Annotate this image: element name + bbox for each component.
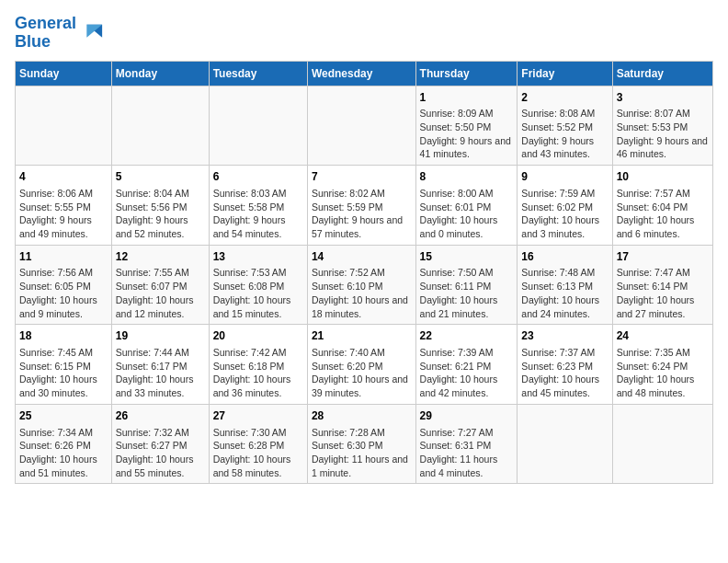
day-info: Sunrise: 7:28 AM Sunset: 6:30 PM Dayligh… xyxy=(312,426,412,480)
day-number: 23 xyxy=(521,328,608,344)
calendar-week-1: 4Sunrise: 8:06 AM Sunset: 5:55 PM Daylig… xyxy=(16,166,713,246)
day-info: Sunrise: 7:27 AM Sunset: 6:31 PM Dayligh… xyxy=(420,426,514,480)
day-number: 19 xyxy=(116,328,205,344)
calendar-cell: 27Sunrise: 7:30 AM Sunset: 6:28 PM Dayli… xyxy=(209,404,307,484)
day-info: Sunrise: 8:08 AM Sunset: 5:52 PM Dayligh… xyxy=(521,107,608,161)
calendar-cell xyxy=(612,404,712,484)
calendar-cell: 24Sunrise: 7:35 AM Sunset: 6:24 PM Dayli… xyxy=(612,325,712,405)
day-number: 21 xyxy=(312,328,412,344)
day-number: 4 xyxy=(19,169,108,185)
day-info: Sunrise: 7:45 AM Sunset: 6:15 PM Dayligh… xyxy=(19,346,108,400)
calendar-table: SundayMondayTuesdayWednesdayThursdayFrid… xyxy=(15,61,713,485)
day-info: Sunrise: 7:37 AM Sunset: 6:23 PM Dayligh… xyxy=(521,346,608,400)
day-info: Sunrise: 8:04 AM Sunset: 5:56 PM Dayligh… xyxy=(116,187,205,241)
calendar-cell xyxy=(111,86,209,166)
day-number: 10 xyxy=(617,169,709,185)
day-number: 9 xyxy=(521,169,608,185)
col-header-saturday: Saturday xyxy=(612,61,712,86)
day-info: Sunrise: 7:32 AM Sunset: 6:27 PM Dayligh… xyxy=(116,426,205,480)
day-info: Sunrise: 8:06 AM Sunset: 5:55 PM Dayligh… xyxy=(19,187,108,241)
day-number: 5 xyxy=(116,169,205,185)
day-number: 1 xyxy=(420,90,514,106)
calendar-cell xyxy=(307,86,415,166)
day-info: Sunrise: 7:50 AM Sunset: 6:11 PM Dayligh… xyxy=(420,266,514,320)
day-number: 7 xyxy=(312,169,412,185)
calendar-cell: 1Sunrise: 8:09 AM Sunset: 5:50 PM Daylig… xyxy=(415,86,518,166)
day-number: 2 xyxy=(521,90,608,106)
day-info: Sunrise: 7:47 AM Sunset: 6:14 PM Dayligh… xyxy=(617,266,709,320)
day-info: Sunrise: 8:00 AM Sunset: 6:01 PM Dayligh… xyxy=(420,187,514,241)
logo-text: General Blue xyxy=(15,15,76,52)
day-number: 16 xyxy=(521,249,608,265)
calendar-cell: 2Sunrise: 8:08 AM Sunset: 5:52 PM Daylig… xyxy=(518,86,612,166)
calendar-cell: 25Sunrise: 7:34 AM Sunset: 6:26 PM Dayli… xyxy=(16,404,112,484)
calendar-cell: 5Sunrise: 8:04 AM Sunset: 5:56 PM Daylig… xyxy=(111,166,209,246)
calendar-cell: 11Sunrise: 7:56 AM Sunset: 6:05 PM Dayli… xyxy=(16,245,112,325)
col-header-monday: Monday xyxy=(111,61,209,86)
day-number: 14 xyxy=(312,249,412,265)
day-info: Sunrise: 8:09 AM Sunset: 5:50 PM Dayligh… xyxy=(420,107,514,161)
day-number: 11 xyxy=(19,249,108,265)
col-header-wednesday: Wednesday xyxy=(307,61,415,86)
calendar-cell: 4Sunrise: 8:06 AM Sunset: 5:55 PM Daylig… xyxy=(16,166,112,246)
calendar-cell: 21Sunrise: 7:40 AM Sunset: 6:20 PM Dayli… xyxy=(307,325,415,405)
calendar-cell: 28Sunrise: 7:28 AM Sunset: 6:30 PM Dayli… xyxy=(307,404,415,484)
calendar-cell xyxy=(209,86,307,166)
col-header-thursday: Thursday xyxy=(415,61,518,86)
day-number: 15 xyxy=(420,249,514,265)
calendar-cell: 7Sunrise: 8:02 AM Sunset: 5:59 PM Daylig… xyxy=(307,166,415,246)
calendar-cell: 16Sunrise: 7:48 AM Sunset: 6:13 PM Dayli… xyxy=(518,245,612,325)
col-header-sunday: Sunday xyxy=(16,61,112,86)
day-number: 18 xyxy=(19,328,108,344)
day-info: Sunrise: 8:03 AM Sunset: 5:58 PM Dayligh… xyxy=(213,187,303,241)
day-info: Sunrise: 7:40 AM Sunset: 6:20 PM Dayligh… xyxy=(312,346,412,400)
calendar-cell: 6Sunrise: 8:03 AM Sunset: 5:58 PM Daylig… xyxy=(209,166,307,246)
day-info: Sunrise: 7:53 AM Sunset: 6:08 PM Dayligh… xyxy=(213,266,303,320)
day-number: 20 xyxy=(213,328,303,344)
day-info: Sunrise: 7:56 AM Sunset: 6:05 PM Dayligh… xyxy=(19,266,108,320)
logo: General Blue xyxy=(15,15,104,52)
day-info: Sunrise: 7:55 AM Sunset: 6:07 PM Dayligh… xyxy=(116,266,205,320)
calendar-cell: 14Sunrise: 7:52 AM Sunset: 6:10 PM Dayli… xyxy=(307,245,415,325)
calendar-week-0: 1Sunrise: 8:09 AM Sunset: 5:50 PM Daylig… xyxy=(16,86,713,166)
day-number: 17 xyxy=(617,249,709,265)
calendar-cell: 22Sunrise: 7:39 AM Sunset: 6:21 PM Dayli… xyxy=(415,325,518,405)
day-number: 6 xyxy=(213,169,303,185)
day-info: Sunrise: 7:59 AM Sunset: 6:02 PM Dayligh… xyxy=(521,187,608,241)
logo-icon xyxy=(78,20,104,46)
day-number: 28 xyxy=(312,408,412,424)
calendar-cell: 9Sunrise: 7:59 AM Sunset: 6:02 PM Daylig… xyxy=(518,166,612,246)
day-number: 3 xyxy=(617,90,709,106)
calendar-cell: 19Sunrise: 7:44 AM Sunset: 6:17 PM Dayli… xyxy=(111,325,209,405)
calendar-cell: 23Sunrise: 7:37 AM Sunset: 6:23 PM Dayli… xyxy=(518,325,612,405)
day-number: 27 xyxy=(213,408,303,424)
calendar-cell: 26Sunrise: 7:32 AM Sunset: 6:27 PM Dayli… xyxy=(111,404,209,484)
day-number: 22 xyxy=(420,328,514,344)
col-header-friday: Friday xyxy=(518,61,612,86)
day-number: 12 xyxy=(116,249,205,265)
calendar-cell: 3Sunrise: 8:07 AM Sunset: 5:53 PM Daylig… xyxy=(612,86,712,166)
calendar-week-2: 11Sunrise: 7:56 AM Sunset: 6:05 PM Dayli… xyxy=(16,245,713,325)
col-header-tuesday: Tuesday xyxy=(209,61,307,86)
day-info: Sunrise: 8:02 AM Sunset: 5:59 PM Dayligh… xyxy=(312,187,412,241)
page-header: General Blue xyxy=(15,15,713,52)
calendar-cell: 15Sunrise: 7:50 AM Sunset: 6:11 PM Dayli… xyxy=(415,245,518,325)
day-number: 8 xyxy=(420,169,514,185)
day-info: Sunrise: 7:34 AM Sunset: 6:26 PM Dayligh… xyxy=(19,426,108,480)
day-info: Sunrise: 7:44 AM Sunset: 6:17 PM Dayligh… xyxy=(116,346,205,400)
day-info: Sunrise: 7:48 AM Sunset: 6:13 PM Dayligh… xyxy=(521,266,608,320)
calendar-cell: 17Sunrise: 7:47 AM Sunset: 6:14 PM Dayli… xyxy=(612,245,712,325)
day-info: Sunrise: 8:07 AM Sunset: 5:53 PM Dayligh… xyxy=(617,107,709,161)
calendar-week-4: 25Sunrise: 7:34 AM Sunset: 6:26 PM Dayli… xyxy=(16,404,713,484)
calendar-cell: 8Sunrise: 8:00 AM Sunset: 6:01 PM Daylig… xyxy=(415,166,518,246)
calendar-cell: 12Sunrise: 7:55 AM Sunset: 6:07 PM Dayli… xyxy=(111,245,209,325)
calendar-cell: 13Sunrise: 7:53 AM Sunset: 6:08 PM Dayli… xyxy=(209,245,307,325)
calendar-cell xyxy=(518,404,612,484)
day-info: Sunrise: 7:39 AM Sunset: 6:21 PM Dayligh… xyxy=(420,346,514,400)
calendar-cell xyxy=(16,86,112,166)
calendar-cell: 20Sunrise: 7:42 AM Sunset: 6:18 PM Dayli… xyxy=(209,325,307,405)
day-info: Sunrise: 7:30 AM Sunset: 6:28 PM Dayligh… xyxy=(213,426,303,480)
day-info: Sunrise: 7:35 AM Sunset: 6:24 PM Dayligh… xyxy=(617,346,709,400)
day-number: 24 xyxy=(617,328,709,344)
day-number: 26 xyxy=(116,408,205,424)
